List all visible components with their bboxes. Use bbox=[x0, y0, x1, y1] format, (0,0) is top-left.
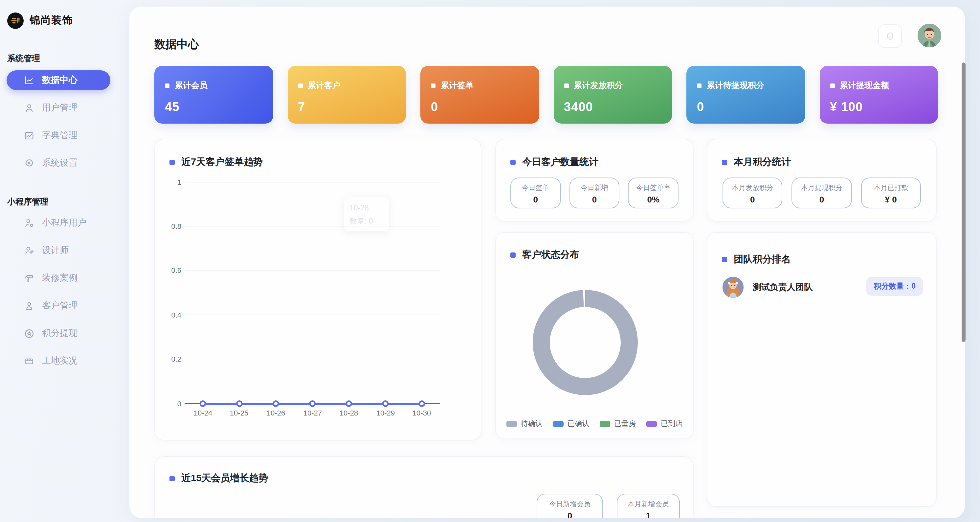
x-tick: 10-27 bbox=[298, 409, 327, 417]
sidebar-item-system-settings[interactable]: 系统设置 bbox=[6, 153, 110, 173]
sidebar-item-label: 用户管理 bbox=[42, 102, 78, 114]
legend-swatch bbox=[506, 420, 517, 427]
user-icon bbox=[24, 102, 35, 113]
stat-value: 7 bbox=[298, 100, 305, 114]
mini-stat-month-issued: 本月发放积分 0 bbox=[722, 177, 783, 208]
sidebar-item-site-live[interactable]: 工地实况 bbox=[6, 351, 110, 371]
legend-item-confirmed[interactable]: 已确认 bbox=[553, 419, 589, 429]
sidebar-item-dictionary-management[interactable]: 字典管理 bbox=[6, 126, 110, 145]
sidebar-item-user-management[interactable]: 用户管理 bbox=[6, 98, 110, 118]
title-bullet bbox=[722, 160, 727, 165]
today-customer-boxes: 今日签单 0 今日新增 0 今日签单率 0% bbox=[511, 177, 679, 208]
stat-label: 累计签单 bbox=[441, 80, 474, 91]
team-name: 测试负责人团队 bbox=[753, 281, 813, 293]
month-points-boxes: 本月发放积分 0 本月提现积分 0 本月已打款 ¥ 0 bbox=[722, 177, 921, 208]
sidebar-item-designer[interactable]: 设计师 bbox=[6, 241, 110, 260]
customer-icon bbox=[24, 300, 35, 311]
stat-label: 累计会员 bbox=[175, 80, 208, 91]
sidebar-item-decoration-cases[interactable]: 装修案例 bbox=[6, 268, 110, 288]
brand-logo bbox=[7, 13, 24, 29]
team-avatar bbox=[722, 277, 743, 298]
notification-button[interactable] bbox=[878, 24, 902, 48]
sidebar-item-points-withdraw[interactable]: 积分提现 bbox=[6, 324, 110, 343]
brand-logo-emblem bbox=[10, 15, 21, 26]
main-content: 数据中心 累计会员 45 bbox=[129, 6, 965, 518]
sidebar-item-miniapp-users[interactable]: 小程序用户 bbox=[6, 213, 110, 233]
stat-cards-row: 累计会员 45 累计客户 7 累计签单 0 累计发放积分 3400 累计待提现积… bbox=[154, 66, 938, 124]
miniapp-user-icon bbox=[24, 217, 35, 228]
stat-bullet bbox=[298, 83, 302, 88]
card-title: 近15天会员增长趋势 bbox=[169, 472, 268, 485]
designer-icon bbox=[24, 245, 35, 256]
legend-item-measured[interactable]: 已量房 bbox=[600, 419, 636, 429]
x-tick: 10-24 bbox=[189, 409, 217, 417]
legend-swatch bbox=[600, 420, 610, 427]
y-tick: 0.6 bbox=[155, 266, 181, 274]
scrollbar-thumb[interactable] bbox=[962, 62, 966, 342]
sidebar-section-miniapp: 小程序管理 bbox=[7, 196, 48, 208]
x-tick: 10-25 bbox=[224, 409, 253, 417]
stat-card-total-members: 累计会员 45 bbox=[154, 66, 273, 124]
dictionary-icon bbox=[24, 130, 35, 141]
legend-item-pending[interactable]: 待确认 bbox=[506, 419, 542, 429]
title-bullet bbox=[722, 257, 727, 262]
settings-icon bbox=[24, 158, 35, 169]
stat-bullet bbox=[830, 83, 835, 88]
stat-value: 0 bbox=[697, 100, 704, 114]
tooltip-value: 数量: 0 bbox=[350, 214, 383, 227]
sidebar-item-label: 工地实况 bbox=[42, 355, 78, 367]
team-ranking-card: 团队积分排名 测 bbox=[707, 232, 937, 507]
y-tick: 0.8 bbox=[155, 222, 181, 230]
sidebar-item-label: 系统设置 bbox=[42, 157, 78, 169]
chart-line-icon bbox=[24, 75, 35, 86]
stat-card-total-signed: 累计签单 0 bbox=[420, 66, 539, 124]
y-tick: 1 bbox=[155, 178, 181, 186]
bell-icon bbox=[884, 30, 896, 42]
legend-item-visited[interactable]: 已到店 bbox=[646, 419, 682, 429]
card-title: 团队积分排名 bbox=[722, 253, 791, 266]
stat-card-points-issued: 累计发放积分 3400 bbox=[554, 66, 672, 124]
mini-stat-month-new-members: 本月新增会员 1 bbox=[617, 494, 680, 518]
sidebar-item-label: 装修案例 bbox=[42, 272, 78, 284]
y-tick: 0.2 bbox=[155, 355, 181, 363]
stat-label: 累计提现金额 bbox=[840, 80, 889, 91]
user-avatar[interactable] bbox=[918, 24, 941, 47]
sidebar-item-label: 字典管理 bbox=[42, 129, 78, 141]
points-badge: 积分数量：0 bbox=[866, 277, 923, 296]
stat-label: 累计待提现积分 bbox=[707, 80, 764, 91]
sidebar-item-customer-management[interactable]: 客户管理 bbox=[6, 296, 110, 316]
team-ranking-row[interactable]: 测试负责人团队 积分数量：0 bbox=[722, 275, 923, 300]
x-tick: 10-26 bbox=[261, 409, 290, 417]
brand-name: 锦尚装饰 bbox=[30, 14, 73, 28]
page-title: 数据中心 bbox=[154, 37, 199, 52]
stat-value: ¥ 100 bbox=[830, 100, 863, 114]
paint-roller-icon bbox=[24, 273, 35, 284]
sidebar-item-data-center[interactable]: 数据中心 bbox=[6, 70, 110, 90]
points-withdraw-icon bbox=[24, 328, 35, 339]
donut-legend: 待确认 已确认 已量房 已到店 bbox=[496, 419, 693, 429]
card-title: 本月积分统计 bbox=[722, 156, 791, 168]
stat-bullet bbox=[697, 83, 702, 88]
stat-card-withdraw-amount: 累计提现金额 ¥ 100 bbox=[819, 66, 938, 124]
dashboard: 锦尚装饰 系统管理 数据中心 用户管理 字典管理 系统设置 bbox=[0, 0, 980, 522]
mini-stat-today-new: 今日新增 0 bbox=[569, 177, 619, 208]
mini-stat-today-signed: 今日签单 0 bbox=[511, 177, 561, 208]
site-live-icon bbox=[24, 355, 35, 367]
chart-tooltip: 10-28 数量: 0 bbox=[344, 197, 389, 232]
stat-bullet bbox=[165, 83, 169, 88]
title-bullet bbox=[511, 252, 515, 257]
legend-swatch bbox=[646, 420, 657, 427]
stat-label: 累计客户 bbox=[308, 80, 340, 91]
mini-stat-month-withdrawn: 本月提现积分 0 bbox=[792, 177, 852, 208]
stat-card-total-customers: 累计客户 7 bbox=[287, 66, 406, 124]
line-chart[interactable] bbox=[155, 139, 481, 440]
title-bullet bbox=[169, 476, 175, 481]
stat-label: 累计发放积分 bbox=[574, 80, 623, 91]
stat-value: 45 bbox=[165, 100, 179, 114]
avatar-boy-illustration bbox=[918, 24, 941, 47]
stat-card-points-pending: 累计待提现积分 0 bbox=[686, 66, 805, 124]
avatar-girl-illustration bbox=[722, 277, 743, 298]
sidebar: 锦尚装饰 系统管理 数据中心 用户管理 字典管理 系统设置 bbox=[0, 0, 129, 522]
donut-chart[interactable] bbox=[527, 285, 643, 401]
stat-bullet bbox=[431, 83, 436, 88]
